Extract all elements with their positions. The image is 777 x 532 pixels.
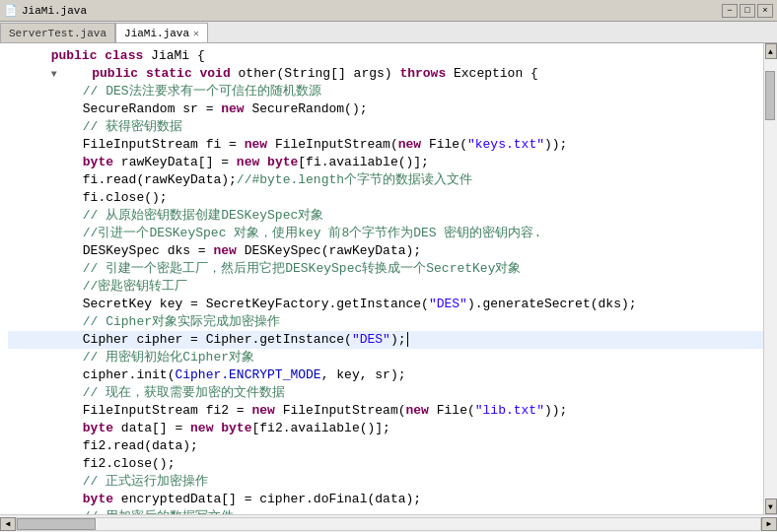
title-bar-controls[interactable]: − □ × xyxy=(722,4,773,18)
bottom-bar: ◀ ▶ xyxy=(0,514,777,532)
code-line-22: byte data[] = new byte[fi2.available()]; xyxy=(8,420,763,437)
code-line-4: SecureRandom sr = new SecureRandom(); xyxy=(8,100,763,118)
scrollbar-right-button[interactable]: ▶ xyxy=(761,517,777,531)
code-line-17: Cipher cipher = Cipher.getInstance("DES"… xyxy=(8,331,763,349)
code-line-25: // 正式运行加密操作 xyxy=(8,473,763,491)
title-bar-title: 📄 JiaMi.java xyxy=(4,4,87,17)
code-line-7: byte rawKeyData[] = new byte[fi.availabl… xyxy=(8,154,763,171)
scrollbar-thumb[interactable] xyxy=(765,71,775,120)
code-line-14: //密匙密钥转工厂 xyxy=(8,278,763,296)
title-bar: 📄 JiaMi.java − □ × xyxy=(0,0,777,22)
code-line-16: // Cipher对象实际完成加密操作 xyxy=(8,313,763,331)
scrollbar-down-button[interactable]: ▼ xyxy=(765,499,777,514)
tab-servertest[interactable]: ServerTest.java xyxy=(0,23,115,42)
code-line-21: FileInputStream fi2 = new FileInputStrea… xyxy=(8,402,763,420)
code-line-2: ▼ public static void other(String[] args… xyxy=(8,65,763,83)
tab-bar: ServerTest.java JiaMi.java ✕ xyxy=(0,22,777,43)
code-line-6: FileInputStream fi = new FileInputStream… xyxy=(8,136,763,154)
tab-jiami[interactable]: JiaMi.java ✕ xyxy=(115,23,208,42)
tab-jiami-label: JiaMi.java xyxy=(124,28,189,39)
code-line-15: SecretKey key = SecretKeyFactory.getInst… xyxy=(8,296,763,313)
code-line-5: // 获得密钥数据 xyxy=(8,118,763,136)
code-line-27: // 用加密后的数据写文件 xyxy=(8,508,763,514)
scrollbar-track xyxy=(765,59,777,499)
horizontal-scrollbar-track[interactable] xyxy=(16,517,761,531)
window-close-button[interactable]: × xyxy=(757,4,773,18)
code-line-11: //引进一个DESKeySpec 对象，使用key 前8个字节作为DES 密钥的… xyxy=(8,225,763,242)
code-line-23: fi2.read(data); xyxy=(8,437,763,455)
code-line-13: // 引建一个密匙工厂，然后用它把DESKeySpec转换成一个SecretKe… xyxy=(8,260,763,278)
vertical-scrollbar[interactable]: ▲ ▼ xyxy=(763,43,777,514)
code-line-10: // 从原始密钥数据创建DESKeySpec对象 xyxy=(8,207,763,225)
maximize-button[interactable]: □ xyxy=(740,4,755,18)
code-line-12: DESKeySpec dks = new DESKeySpec(rawKeyDa… xyxy=(8,242,763,260)
scrollbar-up-button[interactable]: ▲ xyxy=(765,43,777,59)
code-line-20: // 现在，获取需要加密的文件数据 xyxy=(8,384,763,402)
horizontal-scrollbar-thumb[interactable] xyxy=(17,518,96,530)
code-line-8: fi.read(rawKeyData);//#byte.length个字节的数据… xyxy=(8,171,763,189)
tab-servertest-label: ServerTest.java xyxy=(9,28,106,39)
code-line-19: cipher.init(Cipher.ENCRYPT_MODE, key, sr… xyxy=(8,366,763,384)
code-line-18: // 用密钥初始化Cipher对象 xyxy=(8,349,763,366)
code-line-26: byte encryptedData[] = cipher.doFinal(da… xyxy=(8,491,763,508)
file-icon: 📄 xyxy=(4,4,18,17)
editor-container: public class JiaMi { ▼ public static voi… xyxy=(0,43,777,514)
code-area[interactable]: public class JiaMi { ▼ public static voi… xyxy=(0,43,763,514)
scrollbar-left-button[interactable]: ◀ xyxy=(0,517,16,531)
tab-close-icon[interactable]: ✕ xyxy=(193,28,199,39)
code-line-24: fi2.close(); xyxy=(8,455,763,473)
minimize-button[interactable]: − xyxy=(722,4,738,18)
code-line-9: fi.close(); xyxy=(8,189,763,207)
code-line-1: public class JiaMi { xyxy=(8,47,763,65)
code-line-3: // DES法注要求有一个可信任的随机数源 xyxy=(8,83,763,100)
